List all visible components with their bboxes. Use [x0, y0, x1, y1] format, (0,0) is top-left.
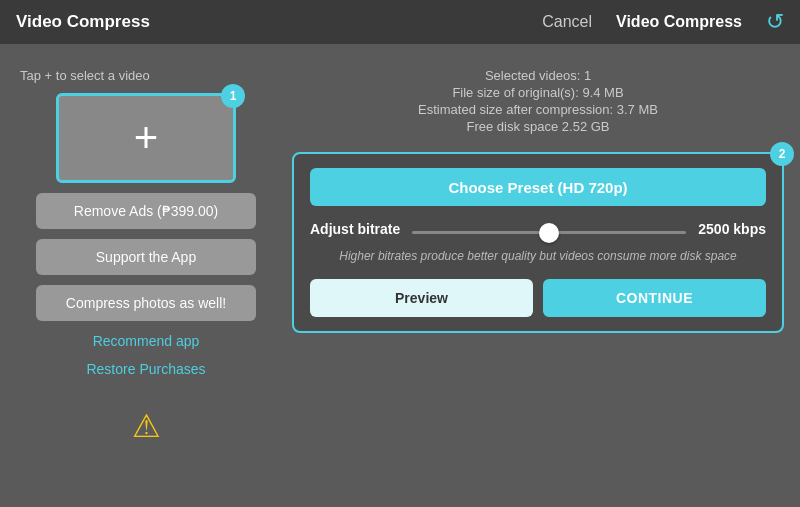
settings-box: 2 Choose Preset (HD 720p) Adjust bitrate…	[292, 152, 784, 333]
restore-purchases-link[interactable]: Restore Purchases	[86, 361, 205, 377]
selected-videos-info: Selected videos: 1	[485, 68, 591, 83]
bitrate-slider[interactable]	[412, 231, 686, 234]
estimated-size-info: Estimated size after compression: 3.7 MB	[418, 102, 658, 117]
bitrate-slider-container	[412, 220, 686, 238]
recommend-app-link[interactable]: Recommend app	[93, 333, 200, 349]
top-bar-left-title: Video Compress	[16, 12, 150, 32]
preview-button[interactable]: Preview	[310, 279, 533, 317]
support-app-button[interactable]: Support the App	[36, 239, 256, 275]
settings-badge: 2	[770, 142, 794, 166]
top-bar-right-title: Video Compress	[616, 13, 742, 31]
add-video-button[interactable]: + 1	[56, 93, 236, 183]
info-block: Selected videos: 1 File size of original…	[292, 60, 784, 142]
file-size-info: File size of original(s): 9.4 MB	[452, 85, 623, 100]
bitrate-label: Adjust bitrate	[310, 221, 400, 237]
free-disk-info: Free disk space 2.52 GB	[466, 119, 609, 134]
bitrate-value: 2500 kbps	[698, 221, 766, 237]
action-row: Preview CONTINUE	[310, 279, 766, 317]
add-badge: 1	[221, 84, 245, 108]
top-bar-right: Cancel Video Compress ↺	[542, 9, 784, 35]
continue-button[interactable]: CONTINUE	[543, 279, 766, 317]
choose-preset-button[interactable]: Choose Preset (HD 720p)	[310, 168, 766, 206]
refresh-icon[interactable]: ↺	[766, 9, 784, 35]
warning-icon: ⚠	[132, 407, 161, 445]
bitrate-row: Adjust bitrate 2500 kbps	[310, 220, 766, 238]
hint-text: Higher bitrates produce better quality b…	[310, 248, 766, 265]
tap-label: Tap + to select a video	[20, 68, 150, 83]
main-content: Tap + to select a video + 1 Remove Ads (…	[0, 44, 800, 507]
right-panel: Selected videos: 1 File size of original…	[292, 60, 784, 491]
compress-photos-button[interactable]: Compress photos as well!	[36, 285, 256, 321]
top-bar: Video Compress Cancel Video Compress ↺	[0, 0, 800, 44]
remove-ads-button[interactable]: Remove Ads (₱399.00)	[36, 193, 256, 229]
cancel-button[interactable]: Cancel	[542, 13, 592, 31]
left-panel: Tap + to select a video + 1 Remove Ads (…	[16, 60, 276, 491]
plus-icon: +	[134, 117, 159, 159]
